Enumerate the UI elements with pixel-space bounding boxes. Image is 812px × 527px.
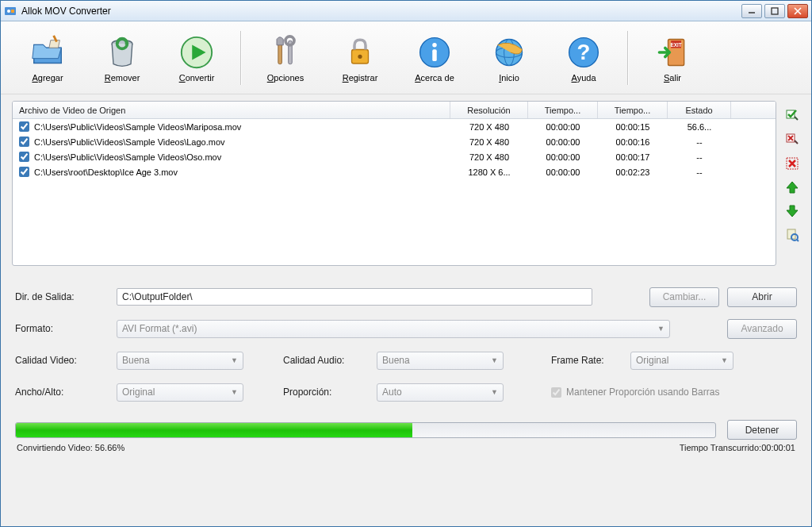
size-label: Ancho/Alto: — [15, 387, 117, 398]
cell-t1: 00:00:00 — [528, 152, 598, 162]
about-button[interactable]: Acerca de — [399, 30, 470, 86]
cell-t2: 00:00:15 — [598, 122, 668, 132]
options-label: Opciones — [267, 73, 304, 83]
minimize-button[interactable] — [741, 4, 762, 18]
titlebar[interactable]: Allok MOV Converter — [1, 1, 811, 21]
table-row[interactable]: C:\Users\Public\Videos\Sample Videos\Oso… — [13, 149, 776, 164]
row-checkbox[interactable] — [19, 152, 29, 162]
chevron-down-icon: ▼ — [657, 325, 665, 333]
col-time1[interactable]: Tiempo... — [528, 102, 598, 118]
col-state[interactable]: Estado — [668, 102, 731, 118]
exit-button[interactable]: EXIT Salir — [637, 30, 708, 86]
size-value: Original — [122, 387, 155, 398]
row-checkbox[interactable] — [19, 137, 29, 147]
keep-aspect-label: Mantener Proporción usando Barras — [566, 387, 719, 398]
cell-t1: 00:00:00 — [528, 122, 598, 132]
convert-label: Convertir — [179, 73, 215, 83]
help-button[interactable]: ? Ayuda — [548, 30, 619, 86]
cell-res: 720 X 480 — [450, 122, 528, 132]
svg-rect-4 — [772, 8, 778, 14]
aspect-value: Auto — [382, 387, 402, 398]
exit-icon: EXIT — [653, 33, 691, 71]
cell-t1: 00:00:00 — [528, 137, 598, 147]
home-button[interactable]: Inicio — [473, 30, 545, 86]
info-icon — [416, 33, 454, 71]
app-window: Allok MOV Converter Agregar Remover Conv… — [0, 0, 812, 527]
file-list[interactable]: Archivo de Video de Origen Resolución Ti… — [12, 101, 776, 266]
col-source[interactable]: Archivo de Video de Origen — [13, 102, 450, 118]
settings-form: Dir. de Salida: Cambiar... Abrir Formato… — [12, 282, 800, 456]
col-resolution[interactable]: Resolución — [450, 102, 528, 118]
chevron-down-icon: ▼ — [721, 356, 728, 364]
table-row[interactable]: C:\Users\Public\Videos\Sample Videos\Mar… — [13, 119, 776, 134]
register-button[interactable]: Registrar — [324, 30, 396, 86]
svg-point-16 — [432, 43, 437, 48]
cell-path: C:\Users\root\Desktop\Ice Age 3.mov — [13, 167, 450, 177]
table-row[interactable]: C:\Users\Public\Videos\Sample Videos\Lag… — [13, 134, 776, 149]
svg-text:EXIT: EXIT — [670, 41, 681, 47]
col-time2[interactable]: Tiempo... — [598, 102, 668, 118]
format-select[interactable]: AVI Format (*.avi)▼ — [117, 320, 670, 338]
cell-res: 1280 X 6... — [450, 167, 528, 177]
cell-path: C:\Users\Public\Videos\Sample Videos\Oso… — [13, 152, 450, 162]
table-row[interactable]: C:\Users\root\Desktop\Ice Age 3.mov 1280… — [13, 164, 776, 179]
open-button[interactable]: Abrir — [727, 287, 797, 307]
help-label: Ayuda — [572, 73, 596, 83]
stop-button[interactable]: Detener — [727, 420, 797, 440]
register-label: Registrar — [343, 73, 378, 83]
cell-t2: 00:00:17 — [598, 152, 668, 162]
output-dir-input[interactable] — [117, 288, 592, 306]
add-button[interactable]: Agregar — [12, 30, 83, 86]
svg-point-14 — [358, 54, 362, 58]
remove-button[interactable]: Remover — [86, 30, 158, 86]
video-quality-select[interactable]: Buena▼ — [117, 352, 243, 370]
aspect-label: Proporción: — [283, 387, 377, 398]
keep-aspect-checkbox[interactable]: Mantener Proporción usando Barras — [551, 387, 719, 398]
window-title: Allok MOV Converter — [21, 6, 741, 17]
move-down-icon[interactable] — [785, 204, 799, 218]
cell-state: -- — [668, 152, 731, 162]
change-button[interactable]: Cambiar... — [649, 287, 719, 307]
format-label: Formato: — [15, 323, 117, 334]
toolbar-separator — [240, 31, 242, 85]
remove-item-icon[interactable] — [785, 156, 799, 171]
move-up-icon[interactable] — [785, 180, 799, 194]
framerate-select[interactable]: Original▼ — [630, 352, 733, 370]
play-icon — [178, 33, 216, 71]
globe-icon — [490, 33, 528, 71]
lock-icon — [341, 33, 379, 71]
row-checkbox[interactable] — [19, 167, 29, 177]
audio-quality-select[interactable]: Buena▼ — [377, 352, 504, 370]
format-value: AVI Format (*.avi) — [122, 323, 197, 334]
convert-button[interactable]: Convertir — [161, 30, 232, 86]
cell-t1: 00:00:00 — [528, 167, 598, 177]
progress-bar — [15, 422, 716, 438]
cell-res: 720 X 480 — [450, 137, 528, 147]
cell-res: 720 X 480 — [450, 152, 528, 162]
select-all-icon[interactable] — [785, 109, 799, 123]
framerate-label: Frame Rate: — [551, 355, 630, 366]
row-checkbox[interactable] — [19, 121, 29, 132]
about-label: Acerca de — [415, 73, 454, 83]
status-right: Tiempo Transcurrido:00:00:01 — [680, 443, 795, 452]
advanced-button[interactable]: Avanzado — [727, 319, 797, 339]
options-button[interactable]: Opciones — [250, 30, 321, 86]
properties-icon[interactable] — [785, 228, 799, 242]
cell-path: C:\Users\Public\Videos\Sample Videos\Lag… — [13, 137, 450, 147]
audio-quality-value: Buena — [382, 355, 410, 366]
audio-quality-label: Calidad Audio: — [283, 355, 377, 366]
toolbar: Agregar Remover Convertir Opciones Regis… — [1, 21, 811, 94]
aspect-select[interactable]: Auto▼ — [377, 383, 504, 402]
cell-state: 56.6... — [668, 122, 731, 132]
folder-add-icon — [29, 33, 67, 71]
cell-path: C:\Users\Public\Videos\Sample Videos\Mar… — [13, 121, 450, 132]
maximize-button[interactable] — [764, 4, 785, 18]
deselect-icon[interactable] — [785, 133, 799, 147]
list-header: Archivo de Video de Origen Resolución Ti… — [13, 102, 776, 119]
size-select[interactable]: Original▼ — [117, 383, 243, 402]
exit-label: Salir — [664, 73, 681, 83]
close-button[interactable] — [787, 4, 808, 18]
cell-state: -- — [668, 167, 731, 177]
status-left: Convirtiendo Video: 56.66% — [17, 443, 124, 452]
window-controls — [741, 4, 808, 18]
